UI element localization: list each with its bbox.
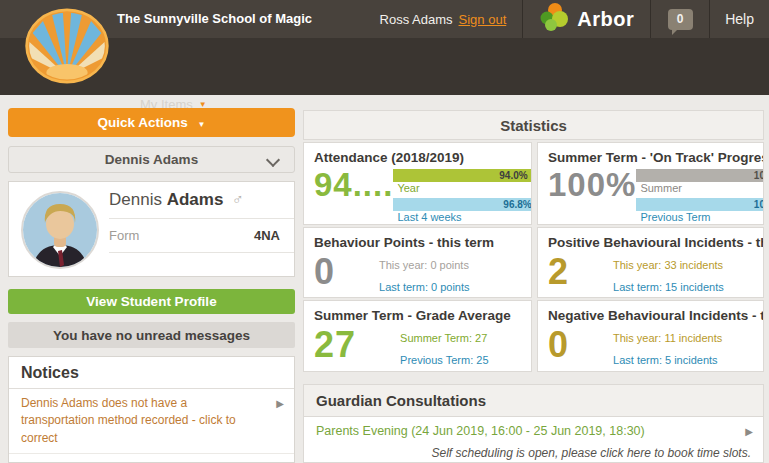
stat-line-this-year: This year: 33 incidents — [613, 254, 724, 276]
arrow-right-icon: ▶ — [745, 424, 753, 438]
top-right-cluster: Ross Adams Sign out Arbor 0 — [368, 0, 769, 38]
guardian-consultations-body: Parents Evening (24 Jun 2019, 16:00 - 25… — [303, 417, 764, 463]
bar-previous-term: 100%Previous Term — [636, 198, 764, 226]
negative-incidents-details: This year: 11 incidents Last term: 5 inc… — [613, 327, 722, 371]
statistics-grid: Attendance (2018/2019) 94.... 94.0%Year … — [303, 142, 764, 372]
positive-incidents-value: 2 — [548, 253, 569, 291]
self-scheduling-note[interactable]: Self scheduling is open, please click he… — [304, 444, 763, 462]
caret-down-icon: ▼ — [198, 120, 206, 129]
view-student-profile-button[interactable]: View Student Profile — [8, 289, 295, 314]
student-avatar — [21, 191, 99, 269]
notices-panel: Notices Dennis Adams does not have a tra… — [8, 356, 295, 463]
bar-label: Previous Term — [640, 211, 710, 223]
attendance-value: 94.... — [314, 168, 393, 203]
arbor-logo-icon — [539, 2, 569, 36]
student-selector-value: Dennis Adams — [105, 152, 198, 167]
logged-in-user: Ross Adams — [380, 12, 453, 27]
bar-track: 96.8% — [393, 198, 532, 211]
bar-fill: 100% — [636, 169, 764, 182]
arrow-right-icon: ▶ — [276, 395, 284, 447]
student-profile-card: Dennis Adams ♂ Form 4NA — [8, 181, 295, 277]
bar-label: Summer — [640, 182, 682, 194]
notification-count: 0 — [677, 12, 684, 26]
parents-evening-label: Parents Evening (24 Jun 2019, 16:00 - 25… — [316, 424, 645, 438]
grade-average-details: Summer Term: 27 Previous Term: 25 — [400, 327, 488, 371]
bar-fill: 100% — [636, 198, 764, 211]
stat-line-this-year: This year: 11 incidents — [613, 327, 722, 349]
school-name: The Sunnyville School of Magic — [117, 0, 312, 38]
notice-transportation[interactable]: Dennis Adams does not have a transportat… — [9, 389, 294, 454]
panel-on-track-progress[interactable]: Summer Term - 'On Track' Progress 100% 1… — [537, 142, 764, 225]
notification-bubble-icon: 0 — [668, 9, 693, 30]
school-logo-icon — [24, 7, 110, 89]
bar-label: Year — [397, 182, 419, 194]
behaviour-points-value: 0 — [314, 253, 335, 291]
form-value: 4NA — [254, 219, 280, 252]
bar-year: 94.0%Year — [393, 168, 532, 196]
panel-title: Behaviour Points - this term — [314, 235, 521, 250]
panel-title: Summer Term - 'On Track' Progress — [548, 150, 753, 165]
panel-behaviour-points[interactable]: Behaviour Points - this term 0 This year… — [303, 227, 532, 298]
stat-line-last-term: Last term: 15 incidents — [613, 276, 724, 298]
panel-title: Positive Behavioural Incidents - thi... — [548, 235, 753, 250]
stat-line-last-term: Last term: 5 incidents — [613, 349, 722, 371]
male-icon: ♂ — [232, 191, 244, 208]
sign-out-link[interactable]: Sign out — [459, 12, 507, 27]
form-row: Form 4NA — [109, 219, 294, 253]
student-name: Dennis Adams ♂ — [109, 182, 294, 219]
panel-title: Negative Behavioural Incidents - th... — [548, 308, 753, 323]
panel-title: Summer Term - Grade Average — [314, 308, 521, 323]
messages-status-bar: You have no unread messages — [8, 322, 295, 348]
statistics-header: Statistics — [303, 110, 764, 140]
bar-fill: 94.0% — [393, 169, 530, 182]
positive-incidents-details: This year: 33 incidents Last term: 15 in… — [613, 254, 724, 298]
notice-religion[interactable]: Dennis Adams does not have a religion re… — [9, 454, 294, 463]
help-button[interactable]: Help — [709, 0, 769, 38]
panel-attendance[interactable]: Attendance (2018/2019) 94.... 94.0%Year … — [303, 142, 532, 225]
behaviour-points-details: This year: 0 points Last term: 0 points — [379, 254, 470, 298]
attendance-bars: 94.0%Year 96.8%Last 4 weeks — [393, 168, 532, 225]
stat-line-summer-term: Summer Term: 27 — [400, 327, 488, 349]
user-area: Ross Adams Sign out — [368, 0, 523, 38]
bar-track: 100% — [636, 198, 764, 211]
student-first-name: Dennis — [109, 190, 162, 209]
arbor-brand-name: Arbor — [577, 8, 634, 31]
arbor-dashboard: The Sunnyville School of Magic Ross Adam… — [0, 0, 769, 463]
panel-title: Attendance (2018/2019) — [314, 150, 521, 165]
bar-summer: 100%Summer — [636, 168, 764, 196]
panel-positive-incidents[interactable]: Positive Behavioural Incidents - thi... … — [537, 227, 764, 298]
main-nav-bar: My Items ▼ — [0, 38, 769, 95]
bar-label: Last 4 weeks — [397, 211, 461, 223]
quick-actions-button[interactable]: Quick Actions ▼ — [8, 108, 295, 137]
stat-line-previous-term: Previous Term: 25 — [400, 349, 488, 371]
arbor-brand[interactable]: Arbor — [522, 0, 650, 38]
student-details: Dennis Adams ♂ Form 4NA — [109, 182, 294, 276]
chevron-down-icon — [266, 153, 280, 167]
stat-line-this-year: This year: 0 points — [379, 254, 470, 276]
negative-incidents-value: 0 — [548, 326, 569, 364]
stat-line-last-term: Last term: 0 points — [379, 276, 470, 298]
notifications-button[interactable]: 0 — [650, 0, 709, 38]
bar-last4weeks: 96.8%Last 4 weeks — [393, 198, 532, 226]
student-last-name: Adams — [167, 190, 224, 209]
panel-negative-incidents[interactable]: Negative Behavioural Incidents - th... 0… — [537, 300, 764, 372]
progress-value: 100% — [548, 168, 636, 203]
bar-track: 100% — [636, 169, 764, 182]
notice-text: Dennis Adams does not have a transportat… — [21, 395, 259, 447]
student-selector-dropdown[interactable]: Dennis Adams — [8, 146, 295, 173]
parents-evening-link[interactable]: Parents Evening (24 Jun 2019, 16:00 - 25… — [304, 417, 763, 444]
grade-average-value: 27 — [314, 326, 356, 364]
bar-track: 94.0% — [393, 169, 532, 182]
progress-bars: 100%Summer 100%Previous Term — [636, 168, 764, 225]
notices-title: Notices — [9, 357, 294, 389]
bar-fill: 96.8% — [393, 198, 532, 211]
panel-grade-average[interactable]: Summer Term - Grade Average 27 Summer Te… — [303, 300, 532, 372]
guardian-consultations-header: Guardian Consultations — [303, 384, 764, 417]
form-label: Form — [109, 219, 139, 252]
top-bar: The Sunnyville School of Magic Ross Adam… — [0, 0, 769, 38]
quick-actions-label: Quick Actions — [98, 115, 188, 130]
